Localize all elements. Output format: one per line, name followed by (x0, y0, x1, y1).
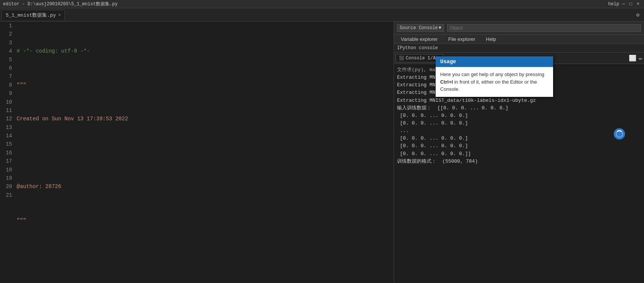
tab-filename: 5_1_mnist数据集.py (6, 12, 56, 19)
help-label: help (608, 2, 619, 7)
code-line-4 (17, 149, 392, 157)
editor-tab[interactable]: 5_1_mnist数据集.py × (2, 10, 65, 20)
code-content[interactable]: # -*- coding: utf-8 -*- """ Created on S… (15, 22, 394, 283)
help-tabs: Variable explorer File explorer Help (394, 35, 644, 44)
usage-popup: Usage Here you can get help of any objec… (436, 56, 553, 97)
console-tab-label: Console 1/A (406, 56, 436, 61)
console-output[interactable]: 文件求(py), main=D:/ausj20010203 ) Extracti… (394, 64, 644, 283)
main-layout: 12345 678910 1112131415 1617181920 21 # … (0, 22, 644, 283)
code-line-1: # -*- coding: utf-8 -*- (17, 47, 392, 55)
expand-icon[interactable]: ⬜ (629, 54, 636, 62)
tab-bar: 5_1_mnist数据集.py × ⚙ (0, 8, 644, 22)
ipython-label: IPython console (394, 44, 644, 53)
right-main: Usage Here you can get help of any objec… (394, 35, 644, 283)
tab-variable-explorer[interactable]: Variable explorer (395, 35, 443, 44)
console-line-4: Extracting MNIST_data/t10k-labels-idx1-u… (397, 97, 641, 104)
tab-close-button[interactable]: × (58, 13, 61, 17)
code-line-3: Created on Sun Nov 13 17:39:53 2022 (17, 115, 392, 123)
tab-file-explorer[interactable]: File explorer (443, 35, 481, 44)
console-line-11: [0. 0. 0. ... 0. 0. 0.]] (397, 150, 641, 158)
source-console-label: Source Console (400, 25, 438, 31)
source-console-dropdown[interactable]: Source Console ▼ (397, 24, 444, 32)
line-numbers: 12345 678910 1112131415 1617181920 21 (0, 22, 15, 283)
top-bar-left: editor - D:\ausj2001020S\5_1_mnist数据集.py (3, 1, 117, 7)
code-line-6: """ (17, 216, 392, 225)
code-line-5: @author: 28726 (17, 182, 392, 191)
usage-title: Usage (436, 56, 553, 67)
pencil-icon[interactable]: ✏ (639, 54, 642, 62)
editor-pane[interactable]: 12345 678910 1112131415 1617181920 21 # … (0, 22, 394, 283)
spinner-inner (616, 130, 623, 138)
usage-body: Here you can get help of any object by p… (436, 67, 553, 97)
tab-help[interactable]: Help (481, 35, 502, 44)
settings-icon[interactable]: ⚙ (633, 12, 642, 18)
right-pane: Source Console ▼ Usage Here you can get … (394, 22, 644, 283)
editor-path-label: editor - D:\ausj2001020S\5_1_mnist数据集.py (3, 1, 117, 7)
console-line-12: 训练数据的格式： (55000, 784) (397, 158, 641, 165)
right-toolbar: Source Console ▼ (394, 22, 644, 35)
console-line-5: 输入训练数据： [[0. 0. 0. ... 0. 0. 0.] (397, 104, 641, 112)
close-icon[interactable]: × (635, 2, 641, 7)
console-toolbar-right: ⬜ ✏ (629, 54, 642, 62)
console-line-9: [0. 0. 0. ... 0. 0. 0.] (397, 135, 641, 142)
console-line-7: [0. 0. 0. ... 0. 0. 0.] (397, 120, 641, 127)
console-line-10: [0. 0. 0. ... 0. 0. 0.] (397, 142, 641, 150)
top-bar: editor - D:\ausj2001020S\5_1_mnist数据集.py… (0, 0, 644, 8)
loading-spinner (614, 128, 625, 140)
console-line-8: ... (397, 127, 641, 135)
code-line-2: """ (17, 81, 392, 89)
code-container: 12345 678910 1112131415 1617181920 21 # … (0, 22, 394, 283)
terminal-icon: ⬛ (399, 56, 404, 61)
console-line-6: [0. 0. 0. ... 0. 0. 0.] (397, 112, 641, 120)
object-input[interactable] (447, 24, 641, 32)
minimize-icon[interactable]: ─ (621, 2, 626, 7)
dropdown-arrow-icon: ▼ (439, 25, 441, 31)
maximize-icon[interactable]: □ (628, 2, 634, 7)
top-bar-right: help ─ □ × (608, 2, 641, 7)
code-line-7 (17, 250, 392, 259)
